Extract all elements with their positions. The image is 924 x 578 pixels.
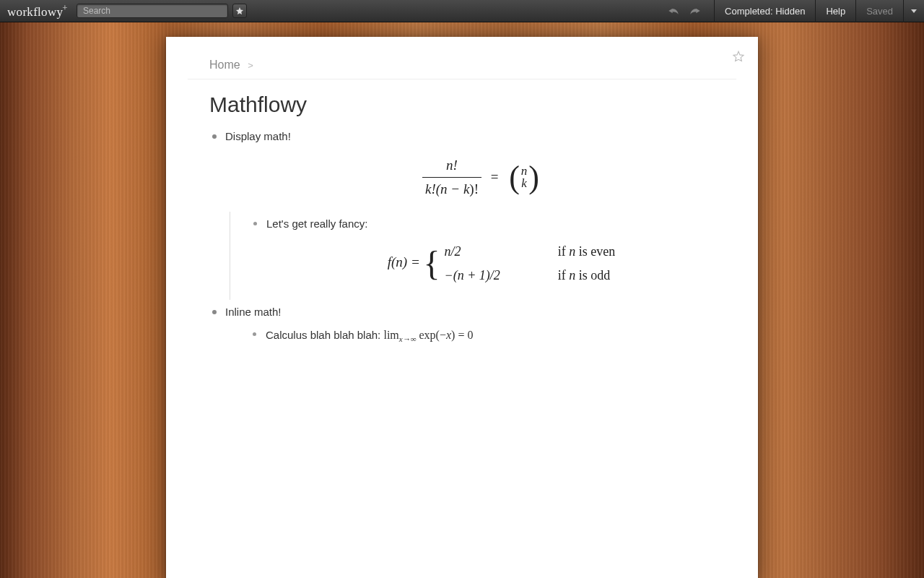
- paren-left: (: [509, 164, 520, 191]
- lim-sub: x→∞: [399, 335, 417, 343]
- case2-post: is odd: [575, 268, 610, 282]
- app-logo-text: workflowy: [7, 5, 63, 19]
- case2-val: −(n + 1)/2: [445, 268, 500, 282]
- display-math-binomial: n! k!(n − k)! = ( n k ): [225, 155, 736, 200]
- display-math-cases: f(n) = { n/2 if n is even −(n + 1)/2 if …: [266, 242, 736, 285]
- undo-icon[interactable]: [668, 7, 679, 15]
- topbar: workflowy+ Completed: Hidden Help Saved: [0, 0, 924, 22]
- document-page: Home > Mathflowy Display math! n! k!(n −…: [166, 37, 758, 578]
- breadcrumb-home[interactable]: Home: [209, 59, 240, 71]
- binomial: ( n k ): [509, 164, 539, 191]
- exp-rest: ) = 0: [451, 329, 473, 341]
- case1-post: is even: [575, 244, 615, 259]
- list-item[interactable]: Calculus blah blah blah: limx→∞ exp(−x) …: [250, 327, 736, 345]
- help-button[interactable]: Help: [815, 0, 855, 22]
- item-label: Let's get really fancy:: [266, 217, 367, 230]
- frac-num: n!: [446, 158, 458, 173]
- inline-prefix: Calculus blah blah blah:: [266, 329, 383, 341]
- brace-icon: {: [423, 250, 440, 277]
- frac-den-pre: k!(: [425, 181, 440, 197]
- list-item[interactable]: Display math! n! k!(n − k)! = ( n k ): [209, 129, 736, 300]
- completed-label: Completed: Hidden: [725, 6, 805, 17]
- frac-den-post: )!: [469, 181, 479, 197]
- page-star-button[interactable]: [732, 50, 745, 66]
- saved-label: Saved: [866, 6, 893, 17]
- menu-dropdown[interactable]: [903, 0, 924, 22]
- help-label: Help: [826, 6, 845, 17]
- case1-var: n: [569, 244, 575, 259]
- page-title[interactable]: Mathflowy: [188, 92, 736, 117]
- list-item[interactable]: Let's get really fancy: f(n) = { n/2 if …: [250, 216, 736, 286]
- case2-if: if: [558, 268, 570, 282]
- cases-lhs: f(n) =: [388, 254, 424, 269]
- redo-icon[interactable]: [689, 7, 701, 15]
- breadcrumb-sep: >: [248, 60, 253, 71]
- lim: lim: [383, 329, 398, 341]
- exp-var: x: [446, 329, 451, 341]
- undo-redo-group: [668, 7, 701, 15]
- outline-root: Display math! n! k!(n − k)! = ( n k ): [188, 129, 736, 352]
- saved-status: Saved: [855, 0, 903, 22]
- case2-var: n: [569, 268, 575, 282]
- item-label: Display math!: [225, 130, 291, 142]
- star-outline-icon: [732, 50, 745, 63]
- case1-val: n/2: [445, 244, 461, 259]
- paren-right: ): [528, 164, 539, 191]
- case1-if: if: [558, 244, 570, 259]
- exp: exp(−: [417, 329, 446, 341]
- plus-icon: +: [62, 2, 68, 13]
- breadcrumb: Home >: [188, 59, 736, 79]
- binom-top: n: [521, 165, 528, 178]
- binom-bot: k: [521, 177, 527, 190]
- frac-den-nk: n − k: [440, 181, 469, 197]
- equals: =: [491, 169, 499, 184]
- chevron-down-icon: [911, 9, 917, 13]
- toolbar-star-button[interactable]: [232, 4, 247, 18]
- star-icon: [235, 7, 244, 15]
- list-item[interactable]: Inline math! Calculus blah blah blah: li…: [209, 304, 736, 352]
- inline-math-limit: limx→∞ exp(−x) = 0: [383, 329, 473, 341]
- completed-toggle[interactable]: Completed: Hidden: [714, 0, 815, 22]
- item-label: Inline math!: [225, 306, 282, 318]
- app-logo[interactable]: workflowy+: [7, 2, 68, 20]
- fraction: n! k!(n − k)!: [422, 155, 481, 200]
- search-input[interactable]: [77, 4, 228, 18]
